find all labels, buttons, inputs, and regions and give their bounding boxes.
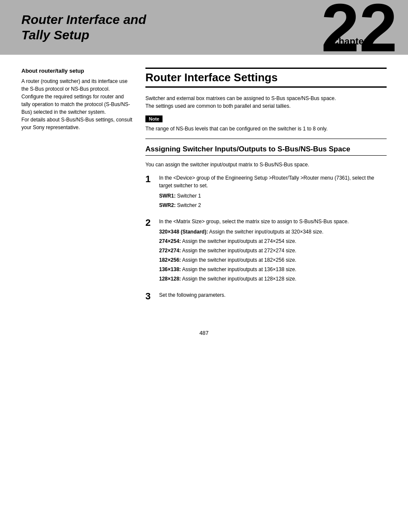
step-2-sub-136: 136×138: Assign the switcher input/outpu… [159, 266, 387, 273]
about-section-heading: About router/tally setup [21, 68, 133, 74]
step-2-sub-320: 320×348 (Standard): Assign the switcher … [159, 228, 387, 236]
chapter-title: Router Interface and Tally Setup [21, 12, 146, 43]
note-label: Note [145, 115, 163, 122]
sub-section-title: Assigning Switcher Inputs/Outputs to S-B… [145, 145, 387, 156]
page-number: 487 [0, 321, 408, 340]
size-136-term: 136×138: [159, 266, 181, 272]
step-1-sub-items: SWR1: Switcher 1 SWR2: Switcher 2 [159, 192, 387, 209]
chapter-number: 22 [321, 0, 397, 62]
page: Router Interface and Tally Setup Chapter… [0, 0, 408, 532]
chapter-header: Router Interface and Tally Setup Chapter… [0, 0, 408, 55]
left-column: About router/tally setup A router (routi… [21, 68, 133, 308]
size-320-term: 320×348 (Standard): [159, 229, 208, 235]
step-list: 1 In the <Device> group of the Engineeri… [145, 174, 387, 301]
chapter-title-line1: Router Interface and [21, 12, 146, 27]
swr2-term: SWR2: [159, 202, 176, 208]
content-area: About router/tally setup A router (routi… [0, 68, 408, 308]
step-3-text: Set the following parameters. [159, 292, 225, 298]
chapter-number-block: Chapter 22 [231, 0, 408, 55]
step-3-number: 3 [145, 291, 154, 301]
size-274-term: 274×254: [159, 238, 181, 244]
note-box: Note The range of NS-Bus levels that can… [145, 115, 387, 133]
step-1: 1 In the <Device> group of the Engineeri… [145, 174, 387, 211]
step-3-content: Set the following parameters. [159, 291, 387, 301]
step-1-number: 1 [145, 174, 154, 211]
step-1-text: In the <Device> group of the Engineering… [159, 175, 374, 189]
step-2-sub-182: 182×256: Assign the switcher input/outpu… [159, 256, 387, 264]
step-1-sub-item-1: SWR1: Switcher 1 [159, 192, 387, 200]
step-1-sub-item-2: SWR2: Switcher 2 [159, 201, 387, 209]
swr1-term: SWR1: [159, 193, 176, 199]
step-2-sub-items: 320×348 (Standard): Assign the switcher … [159, 228, 387, 283]
step-3: 3 Set the following parameters. [145, 291, 387, 301]
intro-text: Switcher and external box matrixes can b… [145, 95, 387, 110]
step-2-sub-272: 272×274: Assign the switcher input/outpu… [159, 247, 387, 254]
main-section-title: Router Interface Settings [145, 68, 387, 88]
step-2-content: In the <Matrix Size> group, select the m… [159, 218, 387, 284]
size-128-term: 128×128: [159, 276, 181, 282]
chapter-title-line2: Tally Setup [21, 28, 89, 42]
step-2-text: In the <Matrix Size> group, select the m… [159, 219, 349, 225]
size-272-term: 272×274: [159, 248, 181, 254]
step-2-sub-128: 128×128: Assign the switcher input/outpu… [159, 275, 387, 283]
chapter-title-block: Router Interface and Tally Setup [0, 0, 231, 55]
step-2: 2 In the <Matrix Size> group, select the… [145, 218, 387, 284]
note-text: The range of NS-Bus levels that can be c… [145, 125, 387, 133]
sub-section-intro: You can assign the switcher input/output… [145, 161, 387, 169]
size-182-term: 182×256: [159, 257, 181, 263]
step-1-content: In the <Device> group of the Engineering… [159, 174, 387, 211]
divider [145, 139, 387, 139]
sub-section-title-text: Assigning Switcher Inputs/Outputs to S-B… [145, 145, 350, 153]
step-2-number: 2 [145, 218, 154, 284]
step-2-sub-274: 274×254: Assign the switcher input/outpu… [159, 237, 387, 245]
right-column: Router Interface Settings Switcher and e… [145, 68, 387, 308]
about-section-body: A router (routing switcher) and its inte… [21, 77, 133, 131]
